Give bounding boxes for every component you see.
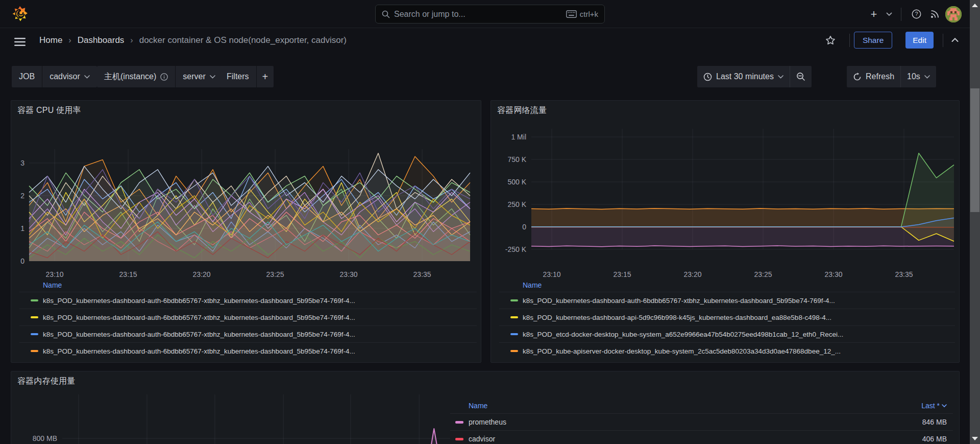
star-icon[interactable] [823, 33, 838, 48]
svg-text:0: 0 [20, 257, 24, 265]
create-button[interactable]: + [866, 7, 881, 22]
series-name: prometheus [469, 418, 506, 426]
chevron-down-icon [924, 75, 930, 79]
zoom-out-icon[interactable] [790, 66, 812, 87]
dashboard-toolbar: JOB cadvisor 主机(instance) server [0, 52, 970, 90]
network-legend-rows: k8s_POD_kubernetes-dashboard-auth-6bdbb6… [499, 292, 955, 359]
svg-text:23:15: 23:15 [613, 270, 631, 278]
adhoc-filters: Filters + [219, 66, 274, 87]
menu-hamburger-icon[interactable] [12, 34, 28, 50]
legend-item[interactable]: k8s_POD_kubernetes-dashboard-auth-6bdbb6… [19, 342, 477, 359]
svg-text:0: 0 [522, 223, 526, 231]
legend-item[interactable]: k8s_POD_kubernetes-dashboard-auth-6bdbb6… [19, 309, 477, 325]
shortcut-label: ctrl+k [580, 10, 598, 18]
series-color-dash [455, 421, 463, 424]
svg-text:500 K: 500 K [507, 178, 526, 186]
legend-item[interactable]: k8s_POD_kube-apiserver-docker-desktop_ku… [499, 342, 955, 359]
svg-text:2: 2 [20, 192, 24, 200]
scrollbar[interactable] [970, 0, 980, 444]
legend-name-header[interactable]: Name [19, 278, 477, 292]
series-color-dash [31, 333, 38, 335]
series-color-dash [455, 438, 463, 440]
refresh-group: Refresh 10s [847, 66, 936, 87]
variable-instance-label: 主机(instance) [97, 66, 175, 87]
search-input[interactable] [394, 10, 562, 19]
divider [901, 8, 901, 21]
legend-item[interactable]: k8s_POD_kubernetes-dashboard-auth-6bdbb6… [19, 292, 477, 309]
last-value: 846 MB [922, 418, 953, 426]
svg-text:23:35: 23:35 [895, 270, 913, 278]
svg-text:23:10: 23:10 [46, 270, 64, 278]
series-color-dash [510, 299, 518, 301]
grafana-logo-icon [12, 6, 28, 22]
svg-text:?: ? [915, 11, 918, 17]
series-label: k8s_POD_kubernetes-dashboard-auth-6bdbb6… [523, 297, 835, 305]
svg-text:1: 1 [20, 224, 24, 232]
refresh-interval-picker[interactable]: 10s [901, 66, 936, 87]
breadcrumb-home[interactable]: Home [39, 35, 62, 45]
user-avatar[interactable] [945, 6, 962, 22]
svg-text:23:30: 23:30 [340, 270, 358, 278]
variable-job-value[interactable]: cadvisor [42, 66, 97, 87]
refresh-label: Refresh [866, 72, 894, 81]
legend-name-header[interactable]: Name [499, 278, 955, 292]
svg-text:800 MB: 800 MB [33, 434, 57, 442]
last-column-header[interactable]: Last * [921, 402, 953, 410]
chevron-down-icon [778, 75, 783, 79]
network-legend: Name k8s_POD_kubernetes-dashboard-auth-6… [499, 278, 955, 359]
breadcrumb-current-dashboard: docker container & OS node(node_exporter… [139, 35, 347, 45]
share-button[interactable]: Share [854, 32, 892, 49]
refresh-icon [853, 73, 862, 81]
table-row[interactable]: prometheus846 MB [450, 413, 953, 430]
series-color-dash [31, 350, 38, 352]
chevron-down-icon [84, 75, 90, 79]
grafana-logo[interactable] [11, 6, 29, 23]
panel-container-memory: 容器内存使用量 800 MB Name Last * prometheus846… [11, 371, 960, 444]
collapse-chevron-up-icon[interactable] [947, 33, 963, 48]
legend-item[interactable]: k8s_POD_kubernetes-dashboard-auth-6bdbb6… [499, 292, 955, 309]
add-filter-button[interactable]: + [257, 66, 274, 87]
refresh-button[interactable]: Refresh [847, 66, 900, 87]
svg-text:23:20: 23:20 [683, 270, 701, 278]
panel-container-network: 容器网络流量 -250 K0250 K500 K750 K1 Mil23:102… [491, 100, 960, 363]
global-search[interactable]: ctrl+k [375, 5, 605, 24]
info-icon [160, 73, 168, 81]
series-name: cadvisor [469, 435, 495, 443]
variable-instance-value[interactable]: server [176, 66, 222, 87]
cpu-legend: Name k8s_POD_kubernetes-dashboard-auth-6… [19, 278, 477, 359]
breadcrumb-separator: › [68, 36, 71, 45]
legend-item[interactable]: k8s_POD_etcd-docker-desktop_kube-system_… [499, 325, 955, 342]
clock-icon [703, 73, 712, 81]
edit-button[interactable]: Edit [905, 32, 934, 49]
news-rss-icon[interactable] [927, 7, 942, 22]
create-chevron-down-icon[interactable] [885, 7, 894, 22]
divider [943, 34, 943, 47]
legend-item[interactable]: k8s_POD_kubernetes-dashboard-auth-6bdbb6… [19, 325, 477, 342]
series-label: k8s_POD_etcd-docker-desktop_kube-system_… [523, 331, 843, 338]
svg-text:23:25: 23:25 [266, 270, 284, 278]
memory-legend-table: Name Last * prometheus846 MBcadvisor406 … [450, 398, 953, 444]
last-value: 406 MB [922, 435, 953, 443]
series-label: k8s_POD_kubernetes-dashboard-auth-6bdbb6… [43, 347, 355, 355]
help-icon[interactable]: ? [909, 7, 924, 22]
name-column-header[interactable]: Name [450, 402, 487, 410]
breadcrumb-separator: › [130, 36, 133, 45]
scroll-down-arrow-icon[interactable] [972, 437, 978, 440]
cpu-legend-rows: k8s_POD_kubernetes-dashboard-auth-6bdbb6… [19, 292, 477, 359]
time-range-label: Last 30 minutes [716, 72, 774, 81]
breadcrumb-dashboards[interactable]: Dashboards [78, 35, 125, 45]
search-icon [382, 10, 390, 18]
scroll-up-arrow-icon[interactable] [972, 4, 978, 7]
legend-item[interactable]: k8s_POD_kubernetes-dashboard-api-5d9c96b… [499, 309, 955, 325]
table-row[interactable]: cadvisor406 MB [450, 430, 953, 444]
breadcrumb-row: Home › Dashboards › docker container & O… [0, 29, 970, 52]
svg-text:-250 K: -250 K [505, 245, 527, 253]
top-nav: ctrl+k + ? [0, 0, 970, 28]
variable-job: JOB cadvisor [12, 66, 97, 87]
series-label: k8s_POD_kubernetes-dashboard-api-5d9c96b… [523, 314, 831, 321]
variable-instance: 主机(instance) server [97, 66, 223, 87]
panel-container-cpu: 容器 CPU 使用率 012323:1023:1523:2023:2523:30… [11, 100, 481, 363]
scrollbar-thumb[interactable] [970, 88, 979, 212]
nav-actions: + ? [866, 0, 962, 28]
time-range-picker[interactable]: Last 30 minutes [697, 66, 790, 87]
